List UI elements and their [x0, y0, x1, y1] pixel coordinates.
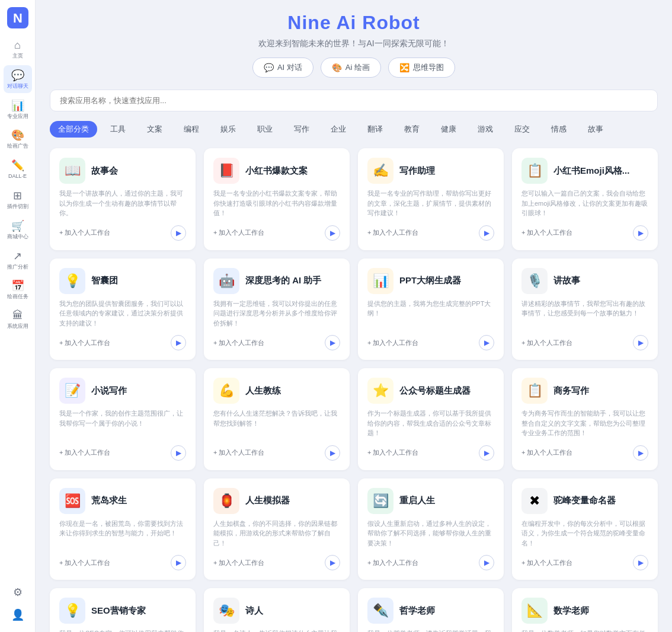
category-tab-writing[interactable]: 写作 [286, 121, 318, 138]
card-xiaohongshu-emoji: 📋 小红书Emoji风格... 您可以输入一篇自己的文案，我会自动给您加上emo… [512, 148, 658, 250]
ai-mind-button[interactable]: 🔀 思维导图 [388, 58, 455, 78]
app-logo[interactable]: N [7, 7, 28, 28]
category-tab-social[interactable]: 应交 [506, 121, 538, 138]
card-play-button[interactable]: ▶ [633, 555, 648, 570]
card-play-button[interactable]: ▶ [479, 445, 494, 461]
category-tab-story[interactable]: 故事 [580, 121, 612, 138]
card-add-button[interactable]: + 加入个人工作台 [521, 339, 572, 347]
card-add-button[interactable]: + 加入个人工作台 [59, 448, 110, 457]
category-tab-health[interactable]: 健康 [433, 121, 465, 138]
card-add-button[interactable]: + 加入个人工作台 [367, 558, 418, 567]
card-play-button[interactable]: ▶ [325, 335, 340, 350]
category-tab-enterprise[interactable]: 企业 [322, 121, 354, 138]
card-add-button[interactable]: + 加入个人工作台 [213, 228, 264, 237]
card-add-button[interactable]: + 加入个人工作台 [59, 228, 110, 237]
card-think-tank: 💡 智囊团 我为您的团队提供智囊团服务，我们可以以任意领域内的专家建议，通过决策… [50, 258, 196, 360]
sidebar-item-plugin[interactable]: ⊞ 插件切割 [4, 186, 32, 213]
card-add-button[interactable]: + 加入个人工作台 [367, 448, 418, 457]
card-icon: 🤖 [213, 268, 239, 294]
card-play-button[interactable]: ▶ [171, 555, 186, 570]
shop-icon: 🛒 [11, 219, 24, 232]
card-desc: 我是一名专业的小红书爆款文案专家，帮助你快速打造吸引眼球的小红书内容爆款增量值！ [213, 189, 340, 218]
card-add-button[interactable]: + 加入个人工作台 [521, 558, 572, 567]
card-title: 讲故事 [553, 275, 580, 286]
card-desc: 专为商务写作而生的智能助手，我可以让您整合自定义的文字文案，帮助您为公司整理专业… [521, 408, 648, 438]
card-title: 重启人生 [399, 495, 435, 506]
card-icon: 📖 [59, 158, 85, 184]
sidebar-item-share[interactable]: ↗ 推广分析 [4, 246, 32, 274]
card-icon: 📐 [521, 598, 548, 624]
card-title: 小红书Emoji风格... [553, 165, 629, 177]
sidebar-profession-label: 专业应用 [7, 113, 28, 120]
page-title: Nine Ai Robot [50, 12, 658, 34]
category-tab-translation[interactable]: 翻译 [359, 121, 391, 138]
card-desc: 你现在是一名，被困荒岛，你需要找到方法来让你得到求生的智慧与能力，开始吧！ [59, 519, 186, 548]
card-play-button[interactable]: ▶ [325, 445, 340, 461]
card-restart-life: 🔄 重启人生 假设人生重新启动，通过多种人生的设定，帮助你了解不同选择，能够帮你… [358, 478, 504, 580]
sidebar-item-dalle[interactable]: ✏️ DALL·E [4, 155, 32, 183]
card-storytelling: 🎙️ 讲故事 讲述精彩的故事情节，我帮您写出有趣的故事情节，让您感受到每一个故事… [512, 258, 658, 360]
card-footer: + 加入个人工作台 ▶ [59, 225, 186, 241]
store-icon: 🏛 [12, 309, 23, 322]
ai-draw-button[interactable]: 🎨 Ai 绘画 [321, 58, 381, 78]
card-play-button[interactable]: ▶ [633, 335, 648, 350]
card-desc: 我是一位哲学老师，请告诉我哲学话题，我将从哲学理论的角度与您探讨哲！ [367, 628, 494, 632]
card-play-button[interactable]: ▶ [479, 555, 494, 570]
sidebar-item-schedule[interactable]: 📅 绘画任务 [4, 276, 32, 304]
card-add-button[interactable]: + 加入个人工作台 [59, 558, 110, 567]
ai-chat-button[interactable]: 💬 AI 对话 [252, 58, 313, 78]
sidebar-chat-label: 对话聊天 [7, 83, 28, 90]
category-tab-copywriting[interactable]: 文案 [139, 121, 171, 138]
card-header: 🆘 荒岛求生 [59, 488, 186, 514]
category-tab-tools[interactable]: 工具 [102, 121, 134, 138]
card-title: 驼峰变量命名器 [553, 495, 616, 506]
category-tab-all[interactable]: 全部分类 [50, 121, 97, 138]
card-header: 📐 数学老师 [521, 598, 648, 624]
card-title: 数学老师 [553, 605, 589, 617]
card-play-button[interactable]: ▶ [633, 445, 648, 461]
card-header: ✖ 驼峰变量命名器 [521, 488, 648, 514]
card-add-button[interactable]: + 加入个人工作台 [521, 228, 572, 237]
sidebar-item-home[interactable]: ⌂ 主页 [4, 36, 32, 63]
card-business-writing: 📋 商务写作 专为商务写作而生的智能助手，我可以让您整合自定义的文字文案，帮助您… [512, 368, 658, 470]
card-title: 写作助理 [399, 165, 435, 177]
sidebar-item-store[interactable]: 🏛 系统应用 [4, 306, 32, 333]
settings-icon: ⚙ [13, 586, 23, 599]
card-play-button[interactable]: ▶ [325, 555, 340, 570]
card-add-button[interactable]: + 加入个人工作台 [367, 228, 418, 237]
card-play-button[interactable]: ▶ [479, 335, 494, 350]
card-play-button[interactable]: ▶ [633, 225, 648, 241]
sidebar-item-draw[interactable]: 🎨 绘画广告 [4, 125, 32, 153]
card-play-button[interactable]: ▶ [325, 225, 340, 241]
category-tab-programming[interactable]: 编程 [175, 121, 207, 138]
card-add-button[interactable]: + 加入个人工作台 [59, 339, 110, 347]
card-play-button[interactable]: ▶ [171, 225, 186, 241]
sidebar-item-user[interactable]: 👤 [4, 605, 32, 625]
sidebar-item-shop[interactable]: 🛒 商城中心 [4, 216, 32, 244]
card-title: 智囊团 [91, 275, 118, 286]
search-input[interactable] [50, 90, 658, 111]
card-add-button[interactable]: + 加入个人工作台 [521, 448, 572, 457]
card-novel-writing: 📝 小说写作 我是一个作家，我的创作主题范围很广，让我帮你写一个属于你的小说！ … [50, 368, 196, 470]
category-tab-career[interactable]: 职业 [249, 121, 281, 138]
sidebar-item-chat[interactable]: 💬 对话聊天 [4, 65, 32, 93]
card-add-button[interactable]: + 加入个人工作台 [367, 339, 418, 347]
sidebar-bottom: ⚙ 👤 [4, 582, 32, 625]
card-footer: + 加入个人工作台 ▶ [367, 555, 494, 570]
category-tab-games[interactable]: 游戏 [469, 121, 501, 138]
category-tab-entertainment[interactable]: 娱乐 [212, 121, 244, 138]
card-header: 🎭 诗人 [213, 598, 340, 624]
card-desc: 您有什么人生迷茫想解决？告诉我吧，让我帮您找到解答！ [213, 408, 340, 438]
card-play-button[interactable]: ▶ [479, 225, 494, 241]
ai-mind-icon: 🔀 [399, 63, 409, 72]
card-add-button[interactable]: + 加入个人工作台 [213, 558, 264, 567]
category-tab-education[interactable]: 教育 [396, 121, 428, 138]
card-play-button[interactable]: ▶ [171, 445, 186, 461]
card-add-button[interactable]: + 加入个人工作台 [213, 339, 264, 347]
category-tab-emotion[interactable]: 情感 [543, 121, 575, 138]
card-add-button[interactable]: + 加入个人工作台 [213, 448, 264, 457]
sidebar-item-profession[interactable]: 📊 专业应用 [4, 95, 32, 123]
sidebar-item-settings[interactable]: ⚙ [4, 582, 32, 602]
card-icon: 🏮 [213, 488, 239, 514]
card-play-button[interactable]: ▶ [171, 335, 186, 350]
